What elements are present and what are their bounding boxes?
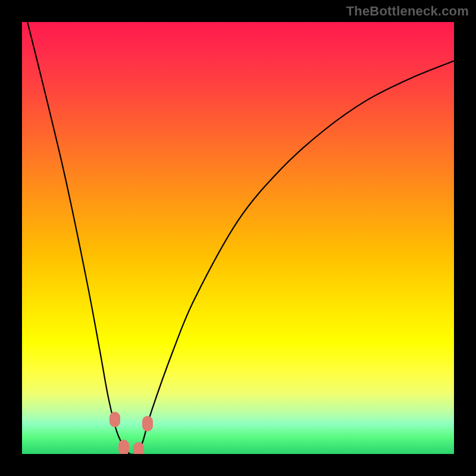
curve-marker bbox=[109, 412, 120, 427]
attribution-label: TheBottleneck.com bbox=[346, 4, 469, 19]
bottleneck-curve bbox=[22, 22, 454, 454]
plot-area bbox=[22, 22, 454, 454]
curve-marker bbox=[118, 440, 129, 454]
chart-frame: TheBottleneck.com bbox=[0, 0, 476, 476]
curve-marker bbox=[133, 442, 144, 454]
curve-marker bbox=[142, 416, 153, 431]
